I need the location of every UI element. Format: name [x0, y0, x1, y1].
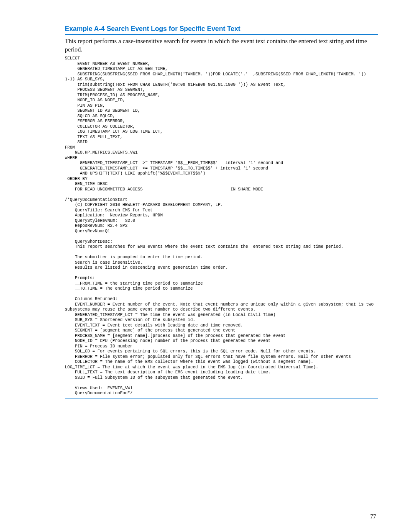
bottom-rule — [65, 398, 378, 398]
code-block: SELECT EVENT_NUMBER AS EVENT_NUMBER, GEN… — [65, 56, 378, 396]
intro-paragraph: This report performs a case-insensitive … — [65, 37, 378, 54]
example-heading: Example A-4 Search Event Logs for Specif… — [65, 25, 378, 33]
page-number: 77 — [370, 514, 376, 520]
page-container: Example A-4 Search Event Logs for Specif… — [0, 0, 399, 532]
heading-rule — [65, 34, 378, 35]
